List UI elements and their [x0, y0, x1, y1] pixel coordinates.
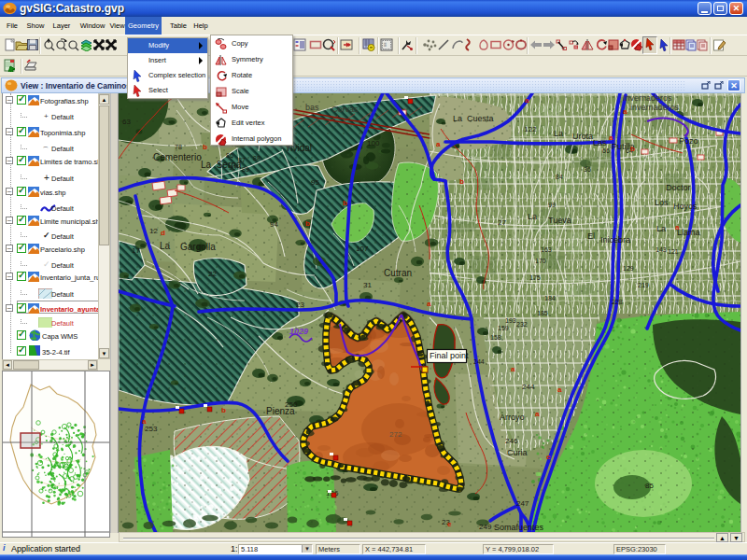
svg-text:bas: bas	[305, 103, 319, 112]
svg-text:a: a	[142, 417, 147, 426]
svg-text:122: 122	[524, 125, 537, 133]
svg-text:193: 193	[505, 317, 516, 324]
svg-text:b: b	[203, 143, 207, 151]
svg-text:272: 272	[389, 430, 402, 439]
svg-text:e: e	[447, 520, 452, 528]
svg-text:249: 249	[479, 523, 492, 531]
svg-text:90: 90	[229, 164, 236, 171]
svg-text:Los: Los	[655, 198, 669, 207]
svg-text:247: 247	[516, 499, 529, 508]
svg-text:Somafuentes: Somafuentes	[494, 523, 544, 532]
svg-text:232: 232	[516, 321, 528, 328]
svg-text:b: b	[630, 145, 635, 153]
svg-text:▒: ▒	[384, 42, 387, 47]
svg-text:Invernaderos: Invernaderos	[623, 93, 672, 103]
svg-text:La: La	[656, 224, 666, 233]
svg-text:a: a	[535, 410, 540, 418]
svg-text:Hoyos: Hoyos	[673, 202, 698, 211]
svg-text:250: 250	[285, 400, 298, 409]
svg-text:b: b	[459, 177, 464, 186]
svg-text:a: a	[609, 133, 613, 142]
svg-text:Las: Las	[593, 138, 607, 147]
svg-text:La: La	[554, 129, 563, 138]
svg-text:El: El	[587, 231, 595, 241]
svg-text:121: 121	[668, 248, 679, 255]
svg-text:Llama: Llama	[677, 228, 700, 237]
svg-text:a: a	[436, 140, 441, 148]
svg-text:a: a	[623, 107, 627, 116]
svg-text:89: 89	[242, 166, 249, 173]
svg-text:Pozo: Pozo	[679, 136, 698, 146]
svg-text:88: 88	[253, 155, 261, 161]
svg-text:La Cuesta: La Cuesta	[453, 114, 494, 123]
svg-text:b: b	[221, 406, 226, 414]
svg-text:a: a	[525, 96, 529, 105]
svg-text:d: d	[161, 229, 165, 237]
svg-text:31: 31	[363, 281, 372, 289]
svg-text:107: 107	[356, 245, 369, 253]
svg-text:Inicebra: Inicebra	[600, 235, 630, 245]
svg-text:Cementerio: Cementerio	[153, 152, 202, 162]
svg-text:Doctor: Doctor	[666, 183, 691, 192]
svg-text:158: 158	[490, 334, 501, 341]
svg-text:a: a	[557, 385, 562, 394]
svg-text:94: 94	[270, 220, 278, 229]
svg-text:27: 27	[498, 218, 506, 227]
svg-text:Final point: Final point	[430, 351, 469, 360]
svg-text:99: 99	[548, 202, 556, 208]
svg-text:a: a	[427, 300, 431, 308]
svg-text:66: 66	[602, 147, 610, 154]
svg-text:36: 36	[584, 166, 591, 173]
svg-text:184: 184	[544, 295, 556, 301]
svg-text:Corvas: Corvas	[331, 105, 359, 114]
svg-text:170: 170	[535, 258, 546, 264]
svg-text:95: 95	[311, 178, 319, 187]
svg-text:invernaderos: invernaderos	[630, 103, 680, 112]
svg-text:143: 143	[655, 246, 667, 253]
svg-text:12: 12	[149, 227, 158, 235]
svg-text:Tueva: Tueva	[548, 216, 571, 225]
svg-text:159: 159	[498, 325, 509, 331]
svg-text:100: 100	[367, 139, 380, 147]
svg-text:La: La	[160, 241, 171, 251]
svg-text:e: e	[546, 453, 551, 461]
svg-text:a: a	[675, 223, 680, 231]
svg-text:22: 22	[208, 270, 217, 278]
svg-text:78: 78	[175, 144, 182, 150]
svg-text:Curia: Curia	[507, 448, 528, 457]
svg-text:17: 17	[132, 246, 140, 255]
svg-text:Cutran: Cutran	[384, 268, 412, 278]
svg-text:1029: 1029	[289, 327, 308, 336]
svg-text:228: 228	[612, 299, 623, 305]
svg-text:85: 85	[645, 482, 654, 490]
svg-text:129: 129	[623, 265, 634, 272]
svg-text:Gargolla: Gargolla	[180, 242, 216, 252]
svg-text:86: 86	[226, 152, 233, 159]
svg-text:244: 244	[473, 358, 485, 365]
svg-text:219: 219	[638, 282, 649, 288]
svg-text:175: 175	[529, 274, 541, 281]
svg-text:84: 84	[556, 174, 563, 180]
svg-text:87: 87	[238, 157, 246, 163]
svg-text:b: b	[343, 199, 347, 207]
svg-text:23: 23	[296, 301, 304, 309]
svg-text:Arroyo: Arroyo	[500, 413, 525, 422]
svg-text:b: b	[305, 219, 310, 228]
svg-text:a: a	[511, 365, 515, 373]
svg-text:185: 185	[537, 310, 548, 316]
svg-text:La: La	[528, 212, 537, 221]
svg-text:246: 246	[505, 437, 518, 445]
svg-text:163: 163	[541, 246, 552, 253]
svg-text:253: 253	[145, 425, 158, 433]
svg-text:Urota: Urota	[572, 132, 593, 141]
svg-text:63: 63	[122, 118, 131, 126]
svg-text:244: 244	[522, 383, 535, 391]
